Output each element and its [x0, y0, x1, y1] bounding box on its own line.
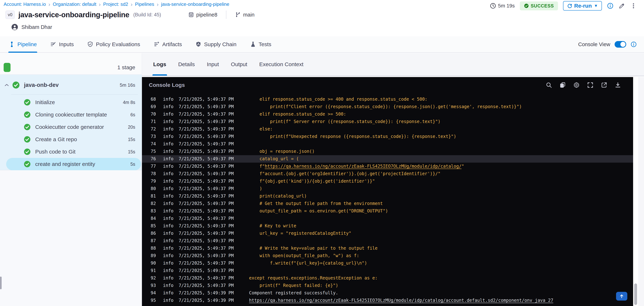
stage-duration: 5m 16s	[120, 82, 135, 88]
step-duration: 20s	[128, 124, 135, 130]
breadcrumb-link[interactable]: Project: sd2	[103, 2, 128, 7]
step-name: Cookiecutter code generator	[35, 124, 104, 130]
branch-name: main	[243, 12, 254, 18]
tab-label: Pipeline	[18, 41, 37, 48]
step-row[interactable]: Push code to Git15s	[0, 146, 142, 158]
log-row: 86info7/21/2025, 5:49:37 PM url_key = "r…	[142, 230, 633, 237]
info-icon[interactable]	[607, 3, 614, 9]
console-toolbar	[546, 82, 621, 88]
rerun-button[interactable]: Re-run ▼	[563, 1, 602, 11]
open-in-new-icon[interactable]	[601, 82, 607, 88]
stage-row[interactable]: java-onb-dev 5m 16s	[0, 79, 142, 91]
log-row: 89info7/21/2025, 5:49:37 PM with open(ou…	[142, 252, 633, 259]
log-line-number: 95	[151, 297, 158, 304]
log-line-number: 73	[151, 133, 158, 140]
pipeline-icon	[9, 41, 15, 48]
log-message: # Key to write	[249, 222, 633, 230]
tab-policy-evaluations[interactable]: Policy Evaluations	[87, 36, 140, 52]
tab-label: Tests	[259, 41, 271, 48]
template-name: pipeline8	[196, 12, 217, 18]
log-line-number: 89	[151, 252, 158, 259]
detail-tab-input[interactable]: Input	[206, 53, 220, 76]
caret-down-icon: ▼	[594, 4, 598, 8]
log-line-number: 81	[151, 192, 158, 200]
tab-supply-chain[interactable]: Supply Chain	[195, 36, 236, 52]
log-message: f"account.{obj.get('orgIdentifier')}.{ob…	[249, 170, 633, 178]
log-level: info	[163, 222, 174, 230]
download-icon[interactable]	[614, 82, 621, 88]
log-timestamp: 7/21/2025, 5:49:37 PM	[178, 96, 235, 103]
settings-icon[interactable]	[573, 82, 580, 88]
sidebar-scrollbar-thumb[interactable]	[0, 276, 2, 289]
log-row: 85info7/21/2025, 5:49:37 PM # Key to wri…	[142, 222, 633, 230]
stage-header: 1 stage	[0, 53, 142, 75]
log-row: 75info7/21/2025, 5:49:37 PM obj = respon…	[142, 148, 633, 155]
arrow-up-icon	[619, 293, 624, 299]
log-row: 76info7/21/2025, 5:49:37 PM catalog_url …	[142, 155, 633, 163]
detail-tab-execution-context[interactable]: Execution Context	[258, 53, 304, 76]
log-line-number: 84	[151, 215, 158, 222]
stage-sidebar: 1 stage java-onb-dev 5m 16s Initialize4m…	[0, 53, 142, 306]
tree-divider	[11, 94, 138, 95]
console-scrollbar-thumb[interactable]	[634, 283, 637, 305]
console-view-info-icon[interactable]	[630, 41, 637, 48]
log-message: )	[249, 185, 633, 192]
log-link[interactable]: https://qa.harness.io/ng/account/zEaak-F…	[249, 298, 553, 303]
log-row: 79info7/21/2025, 5:49:37 PM f"{obj.get('…	[142, 178, 633, 185]
log-timestamp: 7/21/2025, 5:49:37 PM	[178, 267, 235, 274]
vertical-divider	[226, 11, 226, 19]
tab-inputs[interactable]: Inputs	[50, 36, 74, 52]
breadcrumb-link[interactable]: Organization: default	[53, 2, 96, 7]
breadcrumb-link[interactable]: Pipelines	[135, 2, 154, 7]
log-line-number: 93	[151, 282, 158, 289]
scroll-to-top-button[interactable]	[616, 292, 627, 300]
detail-tab-logs[interactable]: Logs	[152, 53, 167, 76]
step-row[interactable]: Cookiecutter code generator20s	[0, 121, 142, 133]
log-level: info	[163, 118, 174, 125]
step-duration: 5s	[130, 162, 135, 167]
log-level: info	[163, 274, 174, 282]
tab-artifacts[interactable]: Artifacts	[154, 36, 182, 52]
log-line-number: 92	[151, 274, 158, 282]
log-message: with open(output_file_path, "w") as f:	[249, 252, 633, 259]
tab-tests[interactable]: Tests	[250, 36, 271, 52]
breadcrumb-link[interactable]: Account: Harness.io	[4, 2, 46, 7]
step-row[interactable]: Initialize4m 8s	[0, 96, 142, 109]
log-level: info	[163, 96, 174, 103]
tab-pipeline[interactable]: Pipeline	[9, 36, 37, 52]
log-level: info	[163, 237, 174, 245]
step-name: Push code to Git	[35, 149, 76, 155]
stage-success-icon	[12, 81, 20, 89]
chevron-up-icon[interactable]	[4, 82, 10, 88]
console-view-label: Console View	[578, 42, 610, 48]
log-timestamp: 7/21/2025, 5:49:37 PM	[178, 140, 235, 148]
page-title: java-service-onboarding-pipeline	[18, 11, 129, 19]
log-link[interactable]: https://qa.harness.io/ng/account/zEaak-F…	[265, 164, 462, 169]
copy-icon[interactable]	[560, 82, 566, 88]
log-level: info	[163, 252, 174, 259]
log-level: info	[163, 297, 174, 304]
console-scrollbar[interactable]	[633, 77, 638, 306]
detail-tab-details[interactable]: Details	[178, 53, 196, 76]
log-timestamp: 7/21/2025, 5:49:37 PM	[178, 274, 235, 282]
edit-pencil-icon[interactable]	[618, 3, 625, 9]
console-view-toggle[interactable]	[614, 41, 626, 48]
log-timestamp: 7/21/2025, 5:49:37 PM	[178, 163, 235, 170]
kebab-menu-icon[interactable]	[630, 3, 637, 9]
search-icon[interactable]	[546, 82, 552, 88]
step-row[interactable]: Cloning cookiecutter template6s	[0, 109, 142, 121]
log-row: 81info7/21/2025, 5:49:37 PM print(catalo…	[142, 192, 633, 200]
step-row[interactable]: create and register entity5s	[0, 158, 142, 170]
supplychain-icon	[195, 41, 202, 48]
step-list: Initialize4m 8sCloning cookiecutter temp…	[0, 96, 142, 170]
fullscreen-icon[interactable]	[587, 82, 594, 88]
breadcrumb-link[interactable]: java-service-onboarding-pipeline	[161, 2, 229, 7]
detail-tab-output[interactable]: Output	[230, 53, 248, 76]
log-message: https://qa.harness.io/ng/account/zEaak-F…	[249, 297, 633, 304]
step-row[interactable]: Create a Git repo15s	[0, 133, 142, 146]
log-row: 88info7/21/2025, 5:49:37 PM # Write the …	[142, 245, 633, 252]
stage-status-square[interactable]	[4, 63, 10, 72]
log-message: Component registered successfully.	[249, 289, 633, 297]
log-line-number: 83	[151, 207, 158, 215]
log-timestamp: 7/21/2025, 5:49:37 PM	[178, 118, 235, 125]
